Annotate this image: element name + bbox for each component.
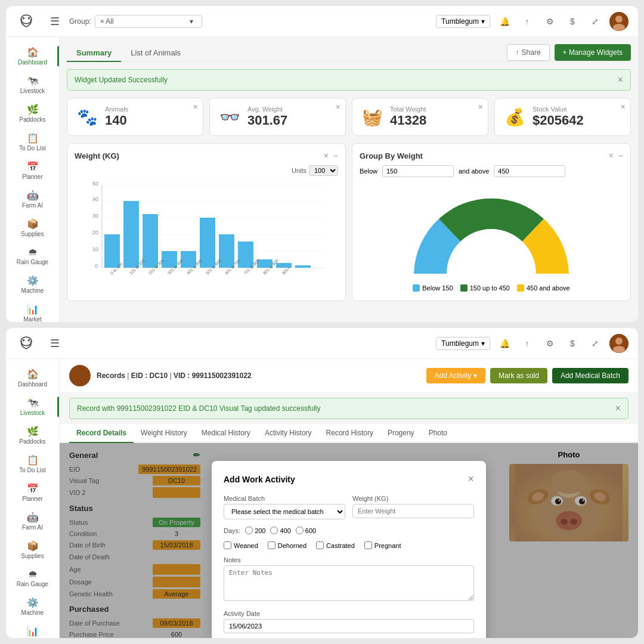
group-weight-minimize[interactable]: − xyxy=(618,151,623,160)
batch-select[interactable]: Please select the medical batch xyxy=(224,504,345,519)
radio-400-label: 400 xyxy=(280,527,290,534)
sidebar-item-market-2[interactable]: 📊 Market xyxy=(6,621,59,638)
group-weight-close[interactable]: × xyxy=(609,151,614,160)
record-content-area: General ✏ EID 999115002391022 Visual Tag… xyxy=(60,443,638,638)
animals-card-close[interactable]: × xyxy=(193,102,198,112)
weaned-checkbox[interactable] xyxy=(224,541,231,549)
add-medical-button[interactable]: Add Medical Batch xyxy=(552,368,628,383)
bell-icon[interactable]: 🔔 xyxy=(496,13,513,30)
group-weight-header: Group By Weight × − xyxy=(360,151,623,160)
units-select[interactable]: 100 xyxy=(309,165,338,176)
settings-icon[interactable]: ⚙ xyxy=(541,13,558,30)
notes-textarea[interactable] xyxy=(224,565,474,601)
farm-selector-2[interactable]: Tumblegum ▾ xyxy=(436,337,490,350)
radio-200-input[interactable] xyxy=(245,527,253,534)
share-icon-2[interactable]: ↑ xyxy=(519,335,535,352)
record-tab-history[interactable]: Record History xyxy=(319,424,380,443)
add-activity-button[interactable]: Add Activity ▾ xyxy=(426,368,485,383)
sidebar-label-livestock-2: Livestock xyxy=(20,410,45,416)
hamburger-menu-2[interactable]: ☰ xyxy=(50,337,60,350)
pregnant-checkbox[interactable] xyxy=(364,541,372,549)
record-tab-weight[interactable]: Weight History xyxy=(134,424,194,443)
checkbox-weaned: Weaned xyxy=(224,541,258,549)
sidebar-item-machine-2[interactable]: ⚙️ Machine xyxy=(6,592,59,621)
sidebar-item-farmai[interactable]: 🤖 Farm AI xyxy=(6,185,59,213)
record-tab-details[interactable]: Record Details xyxy=(69,424,134,443)
sidebar-item-planner[interactable]: 📅 Planner xyxy=(6,156,59,185)
record-tab-medical[interactable]: Medical History xyxy=(194,424,258,443)
farm-name: Tumblegum xyxy=(441,17,479,26)
mark-sold-button[interactable]: Mark as sold xyxy=(490,368,547,383)
legend-dot-yellow xyxy=(517,284,524,292)
sidebar-item-raingauge[interactable]: 🌧 Rain Gauge xyxy=(6,242,59,270)
add-work-activity-modal: Add Work Activity × Medical Batch Please… xyxy=(212,461,486,638)
sidebar-item-raingauge-2[interactable]: 🌧 Rain Gauge xyxy=(6,564,59,592)
dehorned-checkbox[interactable] xyxy=(268,541,275,549)
units-selector: Units 100 xyxy=(75,165,338,176)
banner-close-btn[interactable]: × xyxy=(618,75,623,85)
record-tab-progeny[interactable]: Progeny xyxy=(380,424,422,443)
tab-list-animals[interactable]: List of Animals xyxy=(121,45,190,62)
record-banner-close[interactable]: × xyxy=(615,403,621,414)
activity-date-input[interactable] xyxy=(224,619,474,633)
radio-400-input[interactable] xyxy=(270,527,278,534)
record-success-banner: Record with 999115002391022 EID & DC10 V… xyxy=(69,398,628,419)
sidebar-item-livestock-2[interactable]: 🐄 Livestock xyxy=(6,392,59,421)
bell-icon-2[interactable]: 🔔 xyxy=(496,335,513,352)
settings-icon-2[interactable]: ⚙ xyxy=(541,335,558,352)
totalweight-card-close[interactable]: × xyxy=(478,102,483,112)
weight-input[interactable] xyxy=(352,504,474,518)
sidebar-label-paddocks: Paddocks xyxy=(20,116,46,123)
sidebar-item-planner-2[interactable]: 📅 Planner xyxy=(6,478,59,507)
expand-icon[interactable]: ⤢ xyxy=(587,13,603,30)
modal-notes-field: Notes xyxy=(224,556,474,603)
sidebar-item-todolist[interactable]: 📋 To Do List xyxy=(6,128,59,156)
sidebar-item-farmai-2[interactable]: 🤖 Farm AI xyxy=(6,507,59,535)
avgweight-card-close[interactable]: × xyxy=(336,102,340,112)
radio-400: 400 xyxy=(270,527,290,534)
farm-selector[interactable]: Tumblegum ▾ xyxy=(436,15,490,28)
weight-widget-close[interactable]: × xyxy=(324,151,329,160)
castrated-checkbox[interactable] xyxy=(316,541,324,549)
svg-point-35 xyxy=(615,338,623,345)
header-right: Tumblegum ▾ 🔔 ↑ ⚙ $ ⤢ xyxy=(436,12,628,31)
above-input[interactable] xyxy=(494,165,565,177)
sidebar-item-livestock[interactable]: 🐄 Livestock xyxy=(6,70,59,99)
dollar-icon[interactable]: $ xyxy=(564,13,581,30)
stockvalue-card-close[interactable]: × xyxy=(621,102,626,112)
modal-field-batch: Medical Batch Please select the medical … xyxy=(224,495,345,519)
sidebar-item-todolist-2[interactable]: 📋 To Do List xyxy=(6,450,59,478)
sidebar-item-machine[interactable]: ⚙️ Machine xyxy=(6,270,59,299)
sidebar-item-paddocks-2[interactable]: 🌿 Paddocks xyxy=(6,421,59,450)
sidebar-label-machine: Machine xyxy=(21,287,44,294)
dashboard-icon-2: 🏠 xyxy=(27,369,39,380)
manage-widgets-button[interactable]: + Manage Widgets xyxy=(555,44,631,61)
dollar-icon-2[interactable]: $ xyxy=(564,335,581,352)
user-avatar-2[interactable] xyxy=(609,334,628,353)
share-icon[interactable]: ↑ xyxy=(519,13,535,30)
weight-widget-minimize[interactable]: − xyxy=(333,151,338,160)
sidebar-item-supplies[interactable]: 📦 Supplies xyxy=(6,213,59,242)
expand-icon-2[interactable]: ⤢ xyxy=(587,335,603,352)
tab-summary[interactable]: Summary xyxy=(67,45,121,62)
sidebar-item-market[interactable]: 📊 Market xyxy=(6,299,59,322)
hamburger-menu[interactable]: ☰ xyxy=(50,15,60,28)
sidebar-item-paddocks[interactable]: 🌿 Paddocks xyxy=(6,99,59,128)
stat-card-avg-weight: 👓 Avg. Weight 301.67 × xyxy=(209,98,346,136)
record-tab-activity[interactable]: Activity History xyxy=(258,424,319,443)
record-info: Records | EID : DC10 | VID : 99911500239… xyxy=(97,371,252,380)
modal-close-btn[interactable]: × xyxy=(467,473,474,485)
paddocks-icon-2: 🌿 xyxy=(27,426,39,437)
sidebar-label-farmai: Farm AI xyxy=(22,202,43,209)
radio-600-input[interactable] xyxy=(296,527,304,534)
below-input[interactable] xyxy=(382,165,454,177)
group-input[interactable]: × All ▾ xyxy=(95,15,202,28)
record-tab-photo[interactable]: Photo xyxy=(422,424,454,443)
share-button[interactable]: ↑ Share xyxy=(507,44,550,61)
sidebar-label-paddocks-2: Paddocks xyxy=(20,438,46,445)
sidebar-item-dashboard[interactable]: 🏠 Dashboard xyxy=(6,42,59,70)
user-avatar[interactable] xyxy=(609,12,628,31)
svg-point-5 xyxy=(613,24,625,31)
sidebar-item-supplies-2[interactable]: 📦 Supplies xyxy=(6,535,59,564)
sidebar-item-dashboard-2[interactable]: 🏠 Dashboard xyxy=(6,364,59,392)
